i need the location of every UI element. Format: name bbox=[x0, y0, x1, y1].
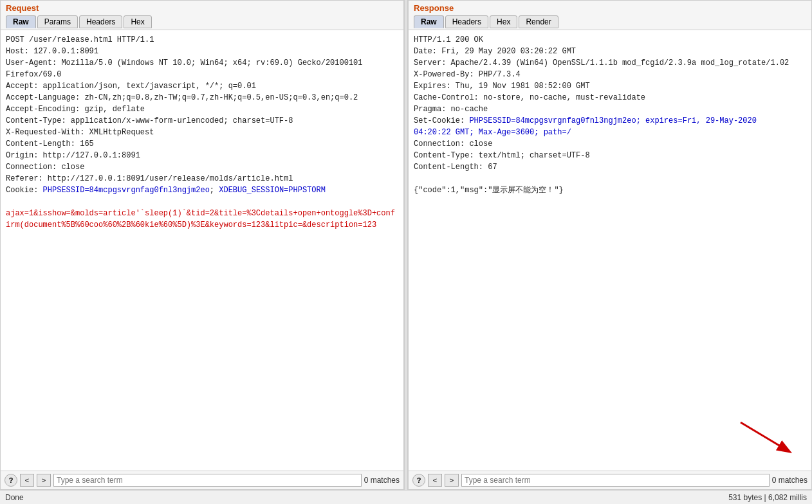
request-panel-header: Request Raw Params Headers Hex bbox=[1, 1, 403, 30]
request-next-button[interactable]: > bbox=[37, 474, 51, 487]
request-help-button[interactable]: ? bbox=[5, 474, 17, 487]
request-panel-body: POST /user/release.html HTTP/1.1 Host: 1… bbox=[1, 30, 403, 471]
response-panel: Response Raw Headers Hex Render HTTP/1.1… bbox=[408, 0, 812, 490]
request-tab-bar: Raw Params Headers Hex bbox=[6, 15, 398, 28]
request-panel-title: Request bbox=[6, 3, 398, 13]
request-tab-params[interactable]: Params bbox=[37, 15, 78, 28]
response-panel-title: Response bbox=[414, 3, 806, 13]
request-prev-button[interactable]: < bbox=[20, 474, 34, 487]
request-panel: Request Raw Params Headers Hex POST /use… bbox=[0, 0, 404, 490]
response-panel-header: Response Raw Headers Hex Render bbox=[409, 1, 811, 30]
response-tab-render[interactable]: Render bbox=[519, 15, 558, 28]
response-panel-body: HTTP/1.1 200 OK Date: Fri, 29 May 2020 0… bbox=[409, 30, 811, 471]
response-tab-hex[interactable]: Hex bbox=[490, 15, 517, 28]
response-prev-button[interactable]: < bbox=[428, 474, 442, 487]
response-search-matches: 0 matches bbox=[772, 476, 807, 485]
cookie-xdebug: XDEBUG_SESSION=PHPSTORM bbox=[219, 186, 326, 195]
request-tab-hex[interactable]: Hex bbox=[124, 15, 151, 28]
request-search-input[interactable] bbox=[53, 474, 362, 487]
response-set-cookie: PHPSESSID=84mcpgsvrgnfag0fnl3ngjm2eo; ex… bbox=[414, 116, 757, 137]
request-content: POST /user/release.html HTTP/1.1 Host: 1… bbox=[6, 34, 398, 231]
response-tab-raw[interactable]: Raw bbox=[414, 15, 444, 28]
response-tab-bar: Raw Headers Hex Render bbox=[414, 15, 806, 28]
response-tab-headers[interactable]: Headers bbox=[445, 15, 488, 28]
response-search-bar: ? < > 0 matches bbox=[409, 471, 811, 489]
request-tab-headers[interactable]: Headers bbox=[79, 15, 122, 28]
response-search-input[interactable] bbox=[461, 474, 770, 487]
request-search-matches: 0 matches bbox=[364, 476, 400, 485]
request-search-bar: ? < > 0 matches bbox=[1, 471, 403, 489]
status-bar: Done 531 bytes | 6,082 millis bbox=[0, 490, 812, 504]
request-body: ajax=1&isshow=&molds=article'`sleep(1)`&… bbox=[6, 209, 395, 230]
response-next-button[interactable]: > bbox=[445, 474, 459, 487]
status-left: Done bbox=[5, 493, 24, 502]
status-right: 531 bytes | 6,082 millis bbox=[728, 493, 807, 502]
response-help-button[interactable]: ? bbox=[412, 474, 425, 487]
response-content: HTTP/1.1 200 OK Date: Fri, 29 May 2020 0… bbox=[414, 34, 806, 196]
request-tab-raw[interactable]: Raw bbox=[6, 15, 36, 28]
cookie-phpsessid: PHPSESSID=84mcpgsvrgnfag0fnl3ngjm2eo bbox=[43, 186, 210, 195]
